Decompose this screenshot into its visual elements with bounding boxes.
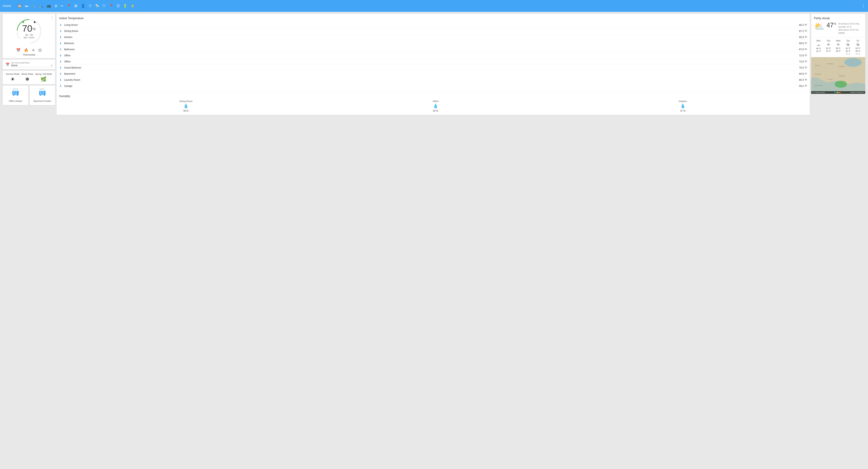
thermostat-snowflake-icon[interactable]: ❄ xyxy=(32,48,35,52)
nav-icon-sliders[interactable]: ⚡ xyxy=(130,4,135,8)
room-temp-living-room: 66.3 °F xyxy=(799,24,807,26)
weather-temp-container: 47°F xyxy=(827,22,836,29)
basement-heater-card[interactable]: Basement Heater xyxy=(30,86,55,105)
nav-icon-shield[interactable]: 🛡 xyxy=(102,4,106,8)
svg-rect-13 xyxy=(17,95,18,96)
season-winter[interactable]: Winter Mode ❄ xyxy=(22,73,33,82)
office-heater-icon xyxy=(11,88,20,98)
temp-row-garage: 🌡 Garage 59.2 °F xyxy=(59,83,807,89)
svg-line-4 xyxy=(13,89,13,89)
mode-label: Set Thermostat Mode xyxy=(11,62,52,64)
forecast-fri: Fri 🌦 52 °F39 °F 0.2 in xyxy=(854,39,862,55)
thermostat-menu-icon[interactable]: ⋮ xyxy=(50,16,53,20)
thermostat-circle-area: 70°F 70 - 75 Idle - Home xyxy=(5,16,53,47)
weather-main-row: ⛅ 47°F Air pressure: 30.15 inHg Humidity… xyxy=(814,22,862,34)
thermometer-icon-dining-room: 🌡 xyxy=(59,29,62,33)
room-temp-dining-room: 67.2 °F xyxy=(799,30,807,32)
mode-select-arrow-icon: ▾ xyxy=(51,64,52,67)
humidity-dining-room-icon: 💧 xyxy=(183,103,188,108)
forecast-wed-temps: 59 °F39 °F xyxy=(836,47,840,53)
nav-title: Home xyxy=(3,4,13,8)
nav-icon-monitor[interactable]: 🖥 xyxy=(54,4,58,8)
indoor-temp-section: Indoor Temperature 🌡 Living Room 66.3 °F… xyxy=(57,14,810,92)
thermometer-icon-kitchen: 🌡 xyxy=(59,36,62,39)
room-name-garage: Garage xyxy=(64,85,799,87)
room-temp-office-1: 72.8 °F xyxy=(799,54,807,57)
nav-icon-bed[interactable]: 🛏 xyxy=(25,4,28,8)
room-name-kitchen: Kitchen xyxy=(64,36,799,38)
nav-icon-signal[interactable]: 📡 xyxy=(95,4,99,8)
svg-line-6 xyxy=(16,89,16,89)
forecast-mon-icon: ☁ xyxy=(817,42,820,47)
weather-map: Sioux City Des Moines Springfield Kansas… xyxy=(811,57,865,94)
forecast-thu-temps: 61 °F42 °F xyxy=(846,47,850,53)
main-content: ⋮ 70°F 7 xyxy=(0,12,868,117)
weather-wind-speed: Wind speed: 10.01 mi/h (WNW) xyxy=(838,28,862,34)
svg-text:St. Louis: St. Louis xyxy=(828,79,833,80)
forecast-fri-label: Fri xyxy=(857,39,859,42)
heater-row: Office Heater xyxy=(3,86,55,105)
nav-icon-list[interactable]: ☰ xyxy=(117,4,120,8)
mode-select-value: None xyxy=(11,64,51,67)
humidity-row: Dining Room 💧 50 % Office 💧 54 % Outdoor… xyxy=(59,100,807,112)
room-name-basement: Basement xyxy=(64,72,799,75)
svg-rect-18 xyxy=(39,91,45,95)
season-spring-fall[interactable]: Spring / Fall Mode 🌿 xyxy=(35,73,52,82)
nav-icon-person[interactable]: 👤 xyxy=(81,4,85,8)
season-spring-fall-icon: 🌿 xyxy=(40,76,46,82)
humidity-section: Humidity Dining Room 💧 50 % Office 💧 54 … xyxy=(57,92,810,115)
nav-icon-pin[interactable]: 📍 xyxy=(67,4,71,8)
thermostat-power-icon[interactable]: ⏻ xyxy=(38,48,42,52)
room-name-bedroom: Bedroom xyxy=(64,42,799,44)
nav-icon-tools[interactable]: 🔧 xyxy=(32,4,36,8)
humidity-office: Office 💧 54 % xyxy=(433,100,438,112)
room-temp-kitchen: 65.9 °F xyxy=(799,36,807,38)
nav-more-icon[interactable]: ⋮ xyxy=(861,4,865,8)
thermometer-icon-guest-bedroom: 🌡 xyxy=(59,66,62,69)
office-heater-label: Office Heater xyxy=(9,100,22,102)
basement-heater-icon xyxy=(38,88,46,98)
nav-icon-bedroom[interactable]: 🛌 xyxy=(39,4,43,8)
left-panel: ⋮ 70°F 7 xyxy=(3,14,55,105)
office-heater-card[interactable]: Office Heater xyxy=(3,86,28,105)
nav-icons: 🏠 🛏 🔧 🛌 📺 🖥 ✏ 📍 🏛 👤 ⏱ 📡 🛡 📍 ☰ 🔋 ⚡ xyxy=(18,4,861,8)
season-winter-icon: ❄ xyxy=(25,76,29,82)
nav-icon-home[interactable]: 🏠 xyxy=(18,4,22,8)
weather-forecast: Mon ☁ 49 °F37 °F Tue 🌧 53 °F37 °F Wed 🌧 … xyxy=(811,37,865,57)
thermometer-icon-laundry-room: 🌡 xyxy=(59,78,62,82)
season-summer[interactable]: Summer Mode ☀ xyxy=(6,73,20,82)
thermostat-schedule-icon[interactable]: 📅 xyxy=(16,48,21,52)
svg-line-17 xyxy=(44,89,44,89)
nav-icon-tv[interactable]: 📺 xyxy=(46,4,51,8)
room-temp-laundry-room: 65.3 °F xyxy=(799,79,807,81)
thermostat-flame-icon[interactable]: 🔥 xyxy=(24,48,28,52)
nav-icon-location[interactable]: 📍 xyxy=(109,4,114,8)
room-temp-office-2: 72.6 °F xyxy=(799,60,807,63)
svg-line-14 xyxy=(40,89,40,89)
humidity-outdoor: Outdoor 💧 37 % xyxy=(679,100,687,112)
mode-card-icon: 📅 xyxy=(6,63,9,66)
nav-icon-battery[interactable]: 🔋 xyxy=(123,4,127,8)
humidity-office-label: Office xyxy=(433,100,438,102)
nav-icon-edit[interactable]: ✏ xyxy=(61,4,64,8)
room-temp-bathroom: 67.6 °F xyxy=(799,48,807,51)
mode-select-row[interactable]: None ▾ xyxy=(11,64,52,67)
svg-text:Kansas City: Kansas City xyxy=(815,73,821,75)
svg-line-7 xyxy=(17,89,18,89)
room-temp-basement: 60.8 °F xyxy=(799,72,807,75)
temp-row-bedroom: 🌡 Bedroom 68.6 °F xyxy=(59,40,807,46)
nav-icon-clock[interactable]: ⏱ xyxy=(88,4,92,8)
weather-current: Partly cloudy ⛅ 47°F Air pressure: 30.15… xyxy=(811,14,865,37)
map-color-scale xyxy=(834,92,841,93)
forecast-thu-precip: 0.1 in xyxy=(846,53,850,55)
nav-icon-building[interactable]: 🏛 xyxy=(74,4,78,8)
humidity-outdoor-value: 37 % xyxy=(680,110,685,112)
svg-rect-23 xyxy=(44,95,45,96)
svg-text:Springfield: Springfield xyxy=(839,75,845,77)
basement-heater-svg xyxy=(38,88,46,97)
svg-text:Oklahoma City: Oklahoma City xyxy=(815,85,823,86)
forecast-fri-temps: 52 °F39 °F xyxy=(856,47,860,53)
temp-row-bathroom: 🌡 Bathroom 67.6 °F xyxy=(59,46,807,53)
thermometer-icon-basement: 🌡 xyxy=(59,72,62,75)
season-spring-fall-label: Spring / Fall Mode xyxy=(35,73,52,75)
